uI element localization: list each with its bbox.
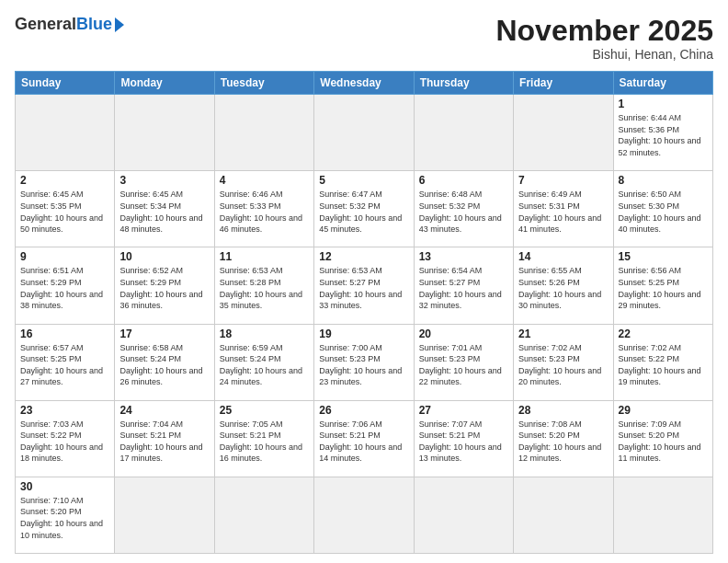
calendar-cell — [514, 477, 613, 553]
calendar-cell: 23Sunrise: 7:03 AM Sunset: 5:22 PM Dayli… — [16, 400, 115, 477]
calendar-cell — [115, 477, 214, 553]
day-number: 6 — [419, 174, 508, 187]
logo-general-text: General — [15, 15, 76, 34]
day-info: Sunrise: 7:04 AM Sunset: 5:21 PM Dayligh… — [119, 419, 209, 465]
calendar-cell — [214, 477, 313, 553]
day-number: 7 — [518, 174, 608, 187]
calendar-week-row: 9Sunrise: 6:51 AM Sunset: 5:29 PM Daylig… — [16, 247, 713, 324]
day-number: 21 — [518, 327, 608, 340]
day-number: 17 — [119, 327, 209, 340]
calendar-cell — [314, 477, 414, 553]
day-info: Sunrise: 7:03 AM Sunset: 5:22 PM Dayligh… — [20, 419, 109, 465]
day-number: 5 — [319, 174, 408, 187]
calendar-cell: 1Sunrise: 6:44 AM Sunset: 5:36 PM Daylig… — [613, 95, 712, 171]
calendar-cell — [514, 95, 613, 171]
day-info: Sunrise: 7:02 AM Sunset: 5:22 PM Dayligh… — [619, 342, 708, 388]
logo-triangle-icon — [115, 17, 124, 32]
day-number: 19 — [319, 327, 408, 340]
day-info: Sunrise: 6:45 AM Sunset: 5:35 PM Dayligh… — [20, 189, 109, 235]
header: General Blue November 2025 Bishui, Henan… — [15, 15, 713, 62]
logo: General Blue — [15, 15, 124, 34]
calendar-cell: 5Sunrise: 6:47 AM Sunset: 5:32 PM Daylig… — [314, 171, 414, 247]
day-number: 13 — [419, 250, 508, 263]
day-info: Sunrise: 6:59 AM Sunset: 5:24 PM Dayligh… — [220, 342, 309, 388]
day-info: Sunrise: 7:09 AM Sunset: 5:20 PM Dayligh… — [619, 419, 708, 465]
calendar-cell: 21Sunrise: 7:02 AM Sunset: 5:23 PM Dayli… — [514, 324, 613, 400]
day-number: 15 — [619, 250, 708, 263]
day-number: 1 — [619, 98, 708, 110]
day-info: Sunrise: 7:00 AM Sunset: 5:23 PM Dayligh… — [319, 342, 408, 388]
day-info: Sunrise: 7:06 AM Sunset: 5:21 PM Dayligh… — [319, 419, 408, 465]
day-info: Sunrise: 7:07 AM Sunset: 5:21 PM Dayligh… — [419, 419, 508, 465]
day-info: Sunrise: 6:45 AM Sunset: 5:34 PM Dayligh… — [119, 189, 209, 235]
day-info: Sunrise: 6:56 AM Sunset: 5:25 PM Dayligh… — [619, 265, 708, 311]
calendar-cell: 10Sunrise: 6:52 AM Sunset: 5:29 PM Dayli… — [115, 247, 214, 324]
day-info: Sunrise: 7:02 AM Sunset: 5:23 PM Dayligh… — [518, 342, 608, 388]
calendar-cell: 12Sunrise: 6:53 AM Sunset: 5:27 PM Dayli… — [314, 247, 414, 324]
day-number: 25 — [220, 404, 309, 417]
weekday-header-thursday: Thursday — [414, 72, 513, 95]
calendar-week-row: 16Sunrise: 6:57 AM Sunset: 5:25 PM Dayli… — [16, 324, 713, 400]
calendar-cell: 25Sunrise: 7:05 AM Sunset: 5:21 PM Dayli… — [214, 400, 313, 477]
day-number: 2 — [20, 174, 109, 187]
day-info: Sunrise: 6:48 AM Sunset: 5:32 PM Dayligh… — [419, 189, 508, 235]
title-block: November 2025 Bishui, Henan, China — [495, 15, 713, 62]
calendar-cell — [414, 477, 513, 553]
calendar-cell: 11Sunrise: 6:53 AM Sunset: 5:28 PM Dayli… — [214, 247, 313, 324]
calendar-cell: 24Sunrise: 7:04 AM Sunset: 5:21 PM Dayli… — [115, 400, 214, 477]
calendar-week-row: 23Sunrise: 7:03 AM Sunset: 5:22 PM Dayli… — [16, 400, 713, 477]
calendar-cell: 18Sunrise: 6:59 AM Sunset: 5:24 PM Dayli… — [214, 324, 313, 400]
day-info: Sunrise: 6:58 AM Sunset: 5:24 PM Dayligh… — [119, 342, 209, 388]
day-info: Sunrise: 6:57 AM Sunset: 5:25 PM Dayligh… — [20, 342, 109, 388]
day-info: Sunrise: 7:05 AM Sunset: 5:21 PM Dayligh… — [220, 419, 309, 465]
day-number: 12 — [319, 250, 408, 263]
day-number: 9 — [20, 250, 109, 263]
calendar-cell: 7Sunrise: 6:49 AM Sunset: 5:31 PM Daylig… — [514, 171, 613, 247]
calendar-cell: 13Sunrise: 6:54 AM Sunset: 5:27 PM Dayli… — [414, 247, 513, 324]
day-number: 11 — [220, 250, 309, 263]
page: General Blue November 2025 Bishui, Henan… — [0, 0, 728, 563]
day-number: 29 — [619, 404, 708, 417]
calendar-table: SundayMondayTuesdayWednesdayThursdayFrid… — [15, 71, 713, 554]
day-info: Sunrise: 6:44 AM Sunset: 5:36 PM Dayligh… — [619, 112, 708, 158]
day-info: Sunrise: 7:01 AM Sunset: 5:23 PM Dayligh… — [419, 342, 508, 388]
weekday-header-saturday: Saturday — [613, 72, 712, 95]
day-number: 26 — [319, 404, 408, 417]
calendar-cell — [414, 95, 513, 171]
day-info: Sunrise: 6:51 AM Sunset: 5:29 PM Dayligh… — [20, 265, 109, 311]
logo-text: General Blue — [15, 15, 124, 34]
calendar-cell — [314, 95, 414, 171]
calendar-cell: 14Sunrise: 6:55 AM Sunset: 5:26 PM Dayli… — [514, 247, 613, 324]
calendar-cell: 4Sunrise: 6:46 AM Sunset: 5:33 PM Daylig… — [214, 171, 313, 247]
weekday-header-tuesday: Tuesday — [214, 72, 313, 95]
day-info: Sunrise: 6:54 AM Sunset: 5:27 PM Dayligh… — [419, 265, 508, 311]
day-number: 27 — [419, 404, 508, 417]
weekday-header-monday: Monday — [115, 72, 214, 95]
calendar-week-row: 2Sunrise: 6:45 AM Sunset: 5:35 PM Daylig… — [16, 171, 713, 247]
day-number: 16 — [20, 327, 109, 340]
calendar-cell: 22Sunrise: 7:02 AM Sunset: 5:22 PM Dayli… — [613, 324, 712, 400]
calendar-cell — [115, 95, 214, 171]
logo-blue-text: Blue — [76, 15, 112, 34]
calendar-cell: 8Sunrise: 6:50 AM Sunset: 5:30 PM Daylig… — [613, 171, 712, 247]
calendar-cell: 30Sunrise: 7:10 AM Sunset: 5:20 PM Dayli… — [16, 477, 115, 553]
calendar-cell: 27Sunrise: 7:07 AM Sunset: 5:21 PM Dayli… — [414, 400, 513, 477]
calendar-cell: 28Sunrise: 7:08 AM Sunset: 5:20 PM Dayli… — [514, 400, 613, 477]
day-info: Sunrise: 7:10 AM Sunset: 5:20 PM Dayligh… — [20, 495, 109, 541]
day-number: 3 — [119, 174, 209, 187]
day-info: Sunrise: 6:53 AM Sunset: 5:28 PM Dayligh… — [220, 265, 309, 311]
calendar-week-row: 30Sunrise: 7:10 AM Sunset: 5:20 PM Dayli… — [16, 477, 713, 553]
day-info: Sunrise: 6:47 AM Sunset: 5:32 PM Dayligh… — [319, 189, 408, 235]
calendar-cell: 19Sunrise: 7:00 AM Sunset: 5:23 PM Dayli… — [314, 324, 414, 400]
day-info: Sunrise: 6:55 AM Sunset: 5:26 PM Dayligh… — [518, 265, 608, 311]
calendar-cell: 20Sunrise: 7:01 AM Sunset: 5:23 PM Dayli… — [414, 324, 513, 400]
calendar-cell: 26Sunrise: 7:06 AM Sunset: 5:21 PM Dayli… — [314, 400, 414, 477]
day-info: Sunrise: 6:52 AM Sunset: 5:29 PM Dayligh… — [119, 265, 209, 311]
month-title: November 2025 — [495, 15, 713, 47]
calendar-cell: 2Sunrise: 6:45 AM Sunset: 5:35 PM Daylig… — [16, 171, 115, 247]
day-number: 4 — [220, 174, 309, 187]
day-number: 24 — [119, 404, 209, 417]
day-number: 20 — [419, 327, 508, 340]
day-info: Sunrise: 6:49 AM Sunset: 5:31 PM Dayligh… — [518, 189, 608, 235]
day-info: Sunrise: 6:53 AM Sunset: 5:27 PM Dayligh… — [319, 265, 408, 311]
